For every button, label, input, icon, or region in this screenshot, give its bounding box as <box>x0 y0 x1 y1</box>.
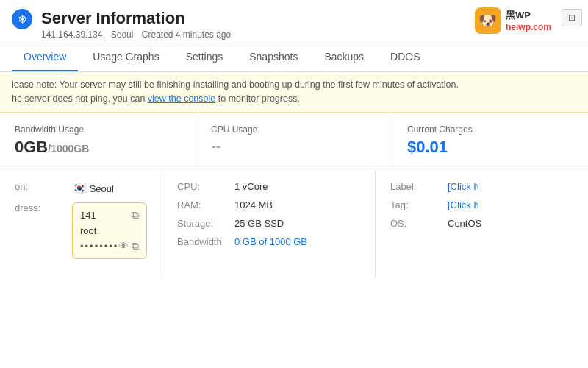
location-val: 🇰🇷 Seoul <box>72 181 114 195</box>
storage-row: Storage: 25 GB SSD <box>177 218 360 229</box>
tag-row: Tag: [Click h <box>390 199 573 210</box>
tabs-bar: Overview Usage Graphs Settings Snapshots… <box>0 43 588 72</box>
os-val: CentOS <box>448 218 481 229</box>
stat-charges: Current Charges $0.01 <box>392 113 588 169</box>
brand-icon: 🐶 <box>475 7 501 34</box>
tag-val[interactable]: [Click h <box>448 199 479 210</box>
notice-text2: he server does not ping, you can <box>12 93 148 104</box>
ram-val: 1024 MB <box>234 199 273 210</box>
tab-backups[interactable]: Backups <box>312 43 376 71</box>
storage-key: Storage: <box>177 218 229 229</box>
info-col-left: on: 🇰🇷 Seoul dress: 141 ⧉ root <box>0 169 162 278</box>
charges-value: $0.01 <box>407 138 573 157</box>
copy-password-icon[interactable]: ⧉ <box>132 240 139 252</box>
ip-card-row: dress: 141 ⧉ root •••••••• 👁 ⧉ <box>15 202 147 259</box>
tab-ddos[interactable]: DDOS <box>379 43 431 71</box>
ip-card: 141 ⧉ root •••••••• 👁 ⧉ <box>72 202 147 259</box>
logo-char: ❄ <box>18 13 27 26</box>
label-row: Label: [Click h <box>390 181 573 192</box>
info-col-middle: CPU: 1 vCore RAM: 1024 MB Storage: 25 GB… <box>162 169 375 278</box>
location-name: Seoul <box>90 183 114 194</box>
bandwidth-unit: /1000GB <box>48 143 89 155</box>
tab-snapshots[interactable]: Snapshots <box>237 43 309 71</box>
tag-key: Tag: <box>390 199 442 210</box>
server-ip: 141.164.39.134 <box>41 29 102 40</box>
copy-ip-icon[interactable]: ⧉ <box>132 209 139 222</box>
bandwidth-row: Bandwidth: 0 GB of 1000 GB <box>177 236 360 247</box>
label-val[interactable]: [Click h <box>448 181 479 192</box>
bandwidth-val: 0 GB of 1000 GB <box>234 236 307 247</box>
info-section: on: 🇰🇷 Seoul dress: 141 ⧉ root <box>0 169 588 278</box>
created-time: Created 4 minutes ago <box>142 29 231 40</box>
logo: ❄ <box>12 9 32 29</box>
tab-settings[interactable]: Settings <box>174 43 235 71</box>
info-col-right: Label: [Click h Tag: [Click h OS: CentOS <box>376 169 588 278</box>
password-icons: 👁 ⧉ <box>118 240 139 252</box>
stats-row: Bandwidth Usage 0GB/1000GB CPU Usage -- … <box>0 113 588 169</box>
bandwidth-key: Bandwidth: <box>177 236 229 247</box>
cpu-row: CPU: 1 vCore <box>177 181 360 192</box>
bandwidth-label: Bandwidth Usage <box>15 124 181 135</box>
bandwidth-value: 0GB/1000GB <box>15 138 181 157</box>
os-row: OS: CentOS <box>390 218 573 229</box>
stat-bandwidth: Bandwidth Usage 0GB/1000GB <box>0 113 196 169</box>
cpu-key: CPU: <box>177 181 229 192</box>
ip-number: 141 <box>80 210 96 221</box>
tab-overview[interactable]: Overview <box>12 43 78 71</box>
password-row: •••••••• 👁 ⧉ <box>80 240 139 252</box>
show-password-icon[interactable]: 👁 <box>118 240 129 252</box>
notice-link[interactable]: view the console <box>148 93 215 104</box>
cpu-usage-value: -- <box>211 138 377 155</box>
header: ❄ Server Information 141.164.39.134 Seou… <box>0 0 588 43</box>
username-row: root <box>80 225 139 236</box>
label-key: Label: <box>390 181 442 192</box>
cpu-val: 1 vCore <box>234 181 268 192</box>
tab-usage-graphs[interactable]: Usage Graphs <box>81 43 171 71</box>
brand-domain: heiwp.com <box>506 22 551 32</box>
charges-label: Current Charges <box>407 124 573 135</box>
location-flag: 🇰🇷 <box>72 182 87 194</box>
stat-cpu: CPU Usage -- <box>196 113 392 169</box>
location-key: on: <box>15 181 66 192</box>
branding-block: 🐶 黑WP heiwp.com <box>475 7 551 34</box>
notice-text1: lease note: Your server may still be fin… <box>12 79 459 90</box>
brand-name: 黑WP <box>506 9 551 22</box>
ram-key: RAM: <box>177 199 229 210</box>
ram-row: RAM: 1024 MB <box>177 199 360 210</box>
storage-val: 25 GB SSD <box>234 218 284 229</box>
corner-button[interactable]: ⊡ <box>562 9 582 26</box>
ip-number-row: 141 ⧉ <box>80 209 139 222</box>
brand-text: 黑WP heiwp.com <box>506 9 551 32</box>
password-dots: •••••••• <box>80 241 118 252</box>
ip-key: dress: <box>15 202 66 213</box>
ip-icons: ⧉ <box>132 209 139 222</box>
logo-icon: ❄ <box>12 9 32 29</box>
notice-bar: lease note: Your server may still be fin… <box>0 72 588 113</box>
brand-emoji: 🐶 <box>478 12 497 29</box>
bandwidth-number: 0GB <box>15 138 48 156</box>
server-location: Seoul <box>111 29 134 40</box>
location-row: on: 🇰🇷 Seoul <box>15 181 147 195</box>
corner-icon: ⊡ <box>568 13 576 23</box>
username-value: root <box>80 225 96 236</box>
notice-text3: to monitor progress. <box>215 93 300 104</box>
os-key: OS: <box>390 218 442 229</box>
cpu-usage-label: CPU Usage <box>211 124 377 135</box>
